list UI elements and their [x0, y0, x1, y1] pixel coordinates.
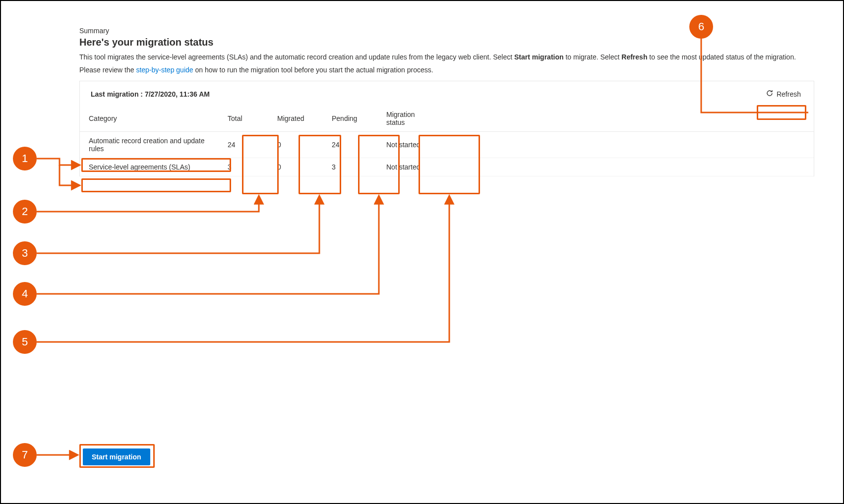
page-title: Here's your migration status	[79, 37, 814, 48]
last-migration-label: Last migration : 7/27/2020, 11:36 AM	[91, 90, 210, 98]
callout-7: 7	[13, 443, 37, 467]
screenshot-frame: Summary Here's your migration status Thi…	[0, 0, 844, 504]
callout-2: 2	[13, 200, 37, 224]
refresh-label: Refresh	[777, 90, 801, 98]
th-migrated: Migrated	[268, 106, 323, 132]
callout-box-refresh	[757, 105, 806, 120]
refresh-button[interactable]: Refresh	[762, 87, 805, 101]
guide-pre: Please review the	[79, 66, 136, 74]
intro-post: to see the most updated status of the mi…	[649, 53, 796, 61]
callout-box-total	[242, 135, 279, 194]
callout-box-pending	[358, 135, 400, 194]
guide-line: Please review the step-by-step guide on …	[79, 66, 814, 74]
callout-6: 6	[689, 15, 713, 39]
th-pending: Pending	[323, 106, 377, 132]
panel-top: Last migration : 7/27/2020, 11:36 AM Ref…	[80, 81, 814, 106]
callout-5: 5	[13, 330, 37, 354]
callout-3: 3	[13, 241, 37, 265]
refresh-icon	[766, 89, 774, 99]
guide-post: on how to run the migration tool before …	[195, 66, 433, 74]
intro-text: This tool migrates the service-level agr…	[79, 52, 814, 62]
intro-refresh-bold: Refresh	[621, 53, 647, 61]
callout-box-migrated	[299, 135, 341, 194]
intro-start-bold: Start migration	[514, 53, 564, 61]
intro-mid: to migrate. Select	[565, 53, 621, 61]
table-header-row: Category Total Migrated Pending Migratio…	[80, 106, 814, 132]
callout-box-category-row1	[81, 158, 231, 172]
guide-link[interactable]: step-by-step guide	[136, 66, 193, 74]
callout-box-status	[419, 135, 480, 194]
callout-box-start-migration	[79, 444, 155, 468]
intro-pre: This tool migrates the service-level agr…	[79, 53, 514, 61]
callout-box-category-row2	[81, 178, 231, 192]
th-total: Total	[219, 106, 268, 132]
th-status: Migration status	[377, 106, 437, 132]
cell-spacer	[437, 158, 814, 176]
callout-1: 1	[13, 147, 37, 170]
cell-category: Automatic record creation and update rul…	[80, 132, 219, 158]
cell-spacer	[437, 132, 814, 158]
callout-4: 4	[13, 282, 37, 306]
th-category: Category	[80, 106, 219, 132]
